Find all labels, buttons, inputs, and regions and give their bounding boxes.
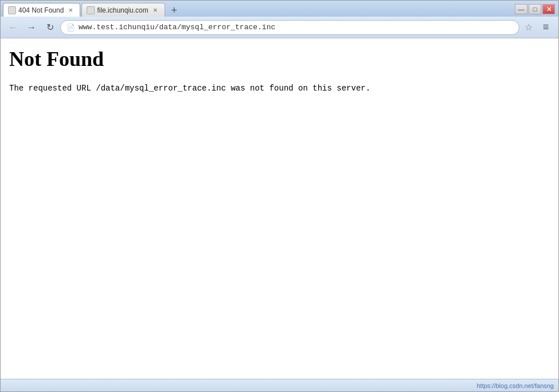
- address-page-icon: 📄: [67, 23, 75, 32]
- bookmark-button[interactable]: ☆: [522, 21, 535, 34]
- window-controls: — □ ✕: [515, 4, 555, 14]
- tab-favicon-2: [87, 6, 95, 14]
- tab-label-2: file.ichunqiu.com: [97, 6, 148, 14]
- tab-close-2[interactable]: ×: [151, 6, 160, 15]
- address-bar[interactable]: 📄 www.test.ichunqiu/data/mysql_error_tra…: [60, 20, 519, 35]
- page-body: The requested URL /data/mysql_error_trac…: [9, 83, 550, 95]
- address-url: www.test.ichunqiu/data/mysql_error_trace…: [79, 23, 513, 32]
- title-bar: 404 Not Found × file.ichunqiu.com × + — …: [1, 1, 558, 17]
- refresh-button[interactable]: ↻: [42, 19, 58, 36]
- forward-icon: →: [27, 22, 36, 33]
- tab-favicon-1: [8, 6, 16, 14]
- menu-button[interactable]: ≡: [538, 19, 554, 36]
- maximize-button[interactable]: □: [529, 4, 541, 14]
- nav-bar: ← → ↻ 📄 www.test.ichunqiu/data/mysql_err…: [1, 17, 558, 38]
- tab-404[interactable]: 404 Not Found ×: [3, 3, 80, 17]
- new-tab-button[interactable]: +: [166, 4, 182, 17]
- status-bar: https://blog.csdn.net/fansng: [1, 379, 558, 391]
- page-heading: Not Found: [9, 47, 550, 71]
- tab-close-1[interactable]: ×: [66, 6, 75, 15]
- tab-label-1: 404 Not Found: [18, 6, 64, 14]
- menu-icon: ≡: [543, 21, 549, 33]
- back-button[interactable]: ←: [5, 19, 21, 36]
- back-icon: ←: [9, 22, 18, 33]
- browser-window: 404 Not Found × file.ichunqiu.com × + — …: [0, 0, 559, 392]
- close-button[interactable]: ✕: [542, 4, 555, 14]
- refresh-icon: ↻: [46, 22, 54, 33]
- page-content: Not Found The requested URL /data/mysql_…: [1, 38, 558, 379]
- tab-file[interactable]: file.ichunqiu.com ×: [81, 3, 165, 17]
- forward-button[interactable]: →: [24, 19, 40, 36]
- status-text: https://blog.csdn.net/fansng: [476, 382, 554, 389]
- star-icon: ☆: [525, 22, 533, 33]
- minimize-button[interactable]: —: [515, 4, 527, 14]
